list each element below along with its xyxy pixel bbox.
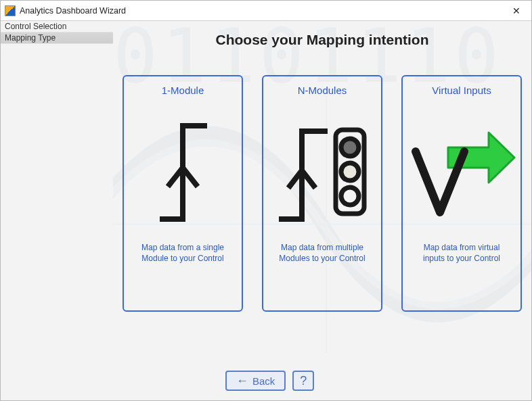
n-modules-icon xyxy=(275,114,370,229)
card-title: 1-Module xyxy=(162,85,204,96)
sidebar-item-mapping-type[interactable]: Mapping Type xyxy=(1,32,113,44)
card-desc: Map data from virtual inputs to your Con… xyxy=(409,242,514,264)
wizard-footer: ← Back ? xyxy=(225,371,314,391)
wizard-steps-sidebar: Control Selection Mapping Type xyxy=(1,21,113,400)
window-body: Control Selection Mapping Type 01101110 … xyxy=(1,21,531,400)
card-title: Virtual Inputs xyxy=(432,85,491,96)
sidebar-item-label: Control Selection xyxy=(5,22,66,31)
mapping-options: 1-Module Map data from a single Module t… xyxy=(123,75,522,312)
close-button[interactable]: ✕ xyxy=(501,1,531,21)
window-title: Analytics Dashboard Wizard xyxy=(20,6,126,16)
card-virtual-inputs[interactable]: Virtual Inputs Map data from virtual inp… xyxy=(401,75,522,312)
main-panel: 01101110 Choose your Mapping intention 1… xyxy=(113,21,531,400)
svg-point-4 xyxy=(341,139,359,156)
page-heading: Choose your Mapping intention xyxy=(216,32,429,48)
one-module-icon xyxy=(149,114,217,229)
card-title: N-Modules xyxy=(298,85,347,96)
card-desc: Map data from multiple Modules to your C… xyxy=(270,242,374,264)
wizard-window: Analytics Dashboard Wizard ✕ Control Sel… xyxy=(0,0,532,401)
help-button-label: ? xyxy=(300,374,307,388)
svg-point-6 xyxy=(341,187,359,205)
virtual-inputs-icon xyxy=(407,114,516,229)
sidebar-item-label: Mapping Type xyxy=(5,33,56,43)
help-button[interactable]: ? xyxy=(292,371,314,391)
card-desc: Map data from a single Module to your Co… xyxy=(131,242,235,264)
back-button-label: Back xyxy=(252,375,275,387)
titlebar: Analytics Dashboard Wizard ✕ xyxy=(1,1,531,21)
app-icon xyxy=(5,5,16,16)
close-icon: ✕ xyxy=(512,5,520,16)
card-n-modules[interactable]: N-Modules xyxy=(262,75,382,312)
sidebar-item-control-selection[interactable]: Control Selection xyxy=(1,21,113,32)
back-button[interactable]: ← Back xyxy=(225,371,286,391)
card-1-module[interactable]: 1-Module Map data from a single Module t… xyxy=(123,75,243,312)
svg-point-5 xyxy=(341,163,359,181)
